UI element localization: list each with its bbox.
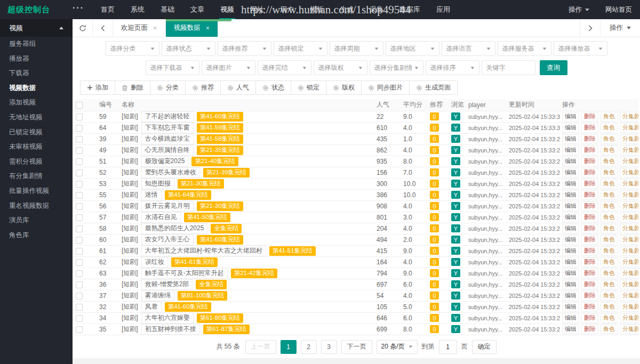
row-action-episodes-button[interactable]: 分集剧情 [620,201,639,211]
video-title-link[interactable]: 水清石自见 [141,212,181,223]
row-action-episodes-button[interactable]: 分集剧情 [620,224,639,233]
row-action-role-button[interactable]: 角色 [601,291,618,301]
row-checkbox[interactable] [76,293,83,300]
row-action-delete-button[interactable]: 删除 [581,325,598,334]
row-checkbox[interactable] [76,158,83,165]
view-badge[interactable]: Y [451,303,460,311]
video-title-link[interactable]: 迷情 [141,190,162,200]
row-checkbox[interactable] [76,315,83,322]
view-badge[interactable]: Y [451,191,460,199]
row-checkbox[interactable] [76,192,83,199]
sidebar-collapse-icon[interactable]: ··· [64,0,93,19]
nav-item-视频[interactable]: 视频 [212,0,242,19]
view-badge[interactable]: Y [451,213,460,221]
recommend-badge[interactable]: 0 [430,180,439,188]
row-action-delete-button[interactable]: 删除 [581,313,598,323]
filter-select-选择语言[interactable]: 选择语言 [442,41,495,56]
recommend-badge[interactable]: 0 [430,325,439,333]
row-action-edit-button[interactable]: 编辑 [562,235,579,245]
tab-actions-dropdown[interactable]: 操作 [600,19,640,37]
nav-item-生成[interactable]: 生成 [332,0,362,19]
sidebar-item-已锁定视频[interactable]: 已锁定视频 [0,125,73,140]
row-action-role-button[interactable]: 角色 [601,145,618,155]
goto-confirm-button[interactable]: 确定 [472,340,497,354]
nav-item-文章[interactable]: 文章 [182,0,212,19]
row-action-delete-button[interactable]: 删除 [581,134,598,144]
row-action-episodes-button[interactable]: 分集剧情 [620,291,639,301]
row-action-role-button[interactable]: 角色 [601,190,618,200]
next-page-button[interactable]: 下一页 [341,340,372,354]
row-action-episodes-button[interactable]: 分集剧情 [620,280,639,289]
row-checkbox[interactable] [76,270,83,277]
row-checkbox[interactable] [76,125,83,132]
toolbar-button-生成页面[interactable]: 生成页面 [409,80,458,95]
toolbar-button-人气[interactable]: 人气 [220,80,256,95]
topbar-actions-dropdown[interactable]: 操作 [561,0,597,19]
video-title-link[interactable]: 凤君 [141,302,162,312]
view-badge[interactable]: Y [451,112,460,120]
view-badge[interactable]: Y [451,168,460,176]
view-badge[interactable]: Y [451,325,460,333]
row-checkbox[interactable] [76,203,83,210]
video-title-link[interactable]: 初五财神到接不接 [141,324,200,335]
toolbar-button-状态[interactable]: 状态 [255,80,291,95]
row-action-role-button[interactable]: 角色 [601,302,618,312]
video-title-link[interactable]: 误红妆 [141,257,168,268]
video-title-link[interactable]: 最熟悉的陌生人2025 [141,223,208,234]
row-checkbox[interactable] [76,304,83,311]
sidebar-item-服务器组[interactable]: 服务器组 [0,37,73,52]
row-action-edit-button[interactable]: 编辑 [562,302,579,312]
row-action-role-button[interactable]: 角色 [601,313,618,323]
view-badge[interactable]: Y [451,292,460,300]
row-action-delete-button[interactable]: 删除 [581,280,598,289]
page-size-select[interactable]: 20 条/页 [377,340,418,354]
toolbar-button-推荐[interactable]: 推荐 [185,80,221,95]
row-action-episodes-button[interactable]: 分集剧情 [620,235,639,245]
video-title-link[interactable]: 拨开云雾见月明 [141,201,194,212]
row-action-delete-button[interactable]: 删除 [581,257,598,267]
row-action-edit-button[interactable]: 编辑 [562,325,579,334]
row-action-episodes-button[interactable]: 分集剧情 [620,168,639,177]
filter-select-选择分类[interactable]: 选择分类 [106,41,159,56]
row-action-role-button[interactable]: 角色 [601,213,618,222]
row-checkbox[interactable] [76,237,83,244]
sidebar-item-有分集剧情[interactable]: 有分集剧情 [0,169,73,184]
nav-item-系统[interactable]: 系统 [123,0,153,19]
tab-欢迎页面[interactable]: 欢迎页面× [113,19,166,37]
row-action-edit-button[interactable]: 编辑 [562,246,579,256]
row-action-role-button[interactable]: 角色 [601,257,618,267]
row-action-delete-button[interactable]: 删除 [581,123,598,133]
sidebar-item-视频数据[interactable]: 视频数据 [0,81,73,96]
view-badge[interactable]: Y [451,224,460,232]
toolbar-button-分类[interactable]: 分类 [150,80,186,95]
row-action-role-button[interactable]: 角色 [601,280,618,289]
row-action-role-button[interactable]: 角色 [601,123,618,133]
view-badge[interactable]: Y [451,269,460,277]
keyword-input[interactable] [482,60,535,75]
row-action-delete-button[interactable]: 删除 [581,269,598,278]
row-checkbox[interactable] [76,259,83,266]
nav-item-首页[interactable]: 首页 [93,0,123,19]
video-title-link[interactable]: 触手遥不可及-太阳照常升起 [141,268,228,279]
toolbar-button-版权[interactable]: 版权 [326,80,362,95]
recommend-badge[interactable]: 0 [430,124,439,132]
video-title-link[interactable]: 下车别忘开车窗 [141,123,194,133]
row-action-episodes-button[interactable]: 分集剧情 [620,134,639,144]
row-action-delete-button[interactable]: 删除 [581,302,598,312]
row-action-edit-button[interactable]: 编辑 [562,257,579,267]
sidebar-group-video[interactable]: 视频 [0,19,73,37]
sidebar-item-播放器[interactable]: 播放器 [0,52,73,67]
filter-select-选择状态[interactable]: 选择状态 [162,41,215,56]
sidebar-item-添加视频[interactable]: 添加视频 [0,95,73,110]
tab-scroll-left-button[interactable] [93,19,113,37]
row-action-edit-button[interactable]: 编辑 [562,134,579,144]
video-title-link[interactable]: 心无所属情自终 [141,145,194,156]
filter-select-选择下载器[interactable]: 选择下载器 [146,60,199,75]
recommend-badge[interactable]: 0 [430,247,439,255]
row-action-role-button[interactable]: 角色 [601,235,618,245]
row-checkbox[interactable] [76,147,83,154]
recommend-badge[interactable]: 0 [430,146,439,154]
row-action-role-button[interactable]: 角色 [601,168,618,177]
row-action-episodes-button[interactable]: 分集剧情 [620,302,639,312]
recommend-badge[interactable]: 0 [430,191,439,199]
